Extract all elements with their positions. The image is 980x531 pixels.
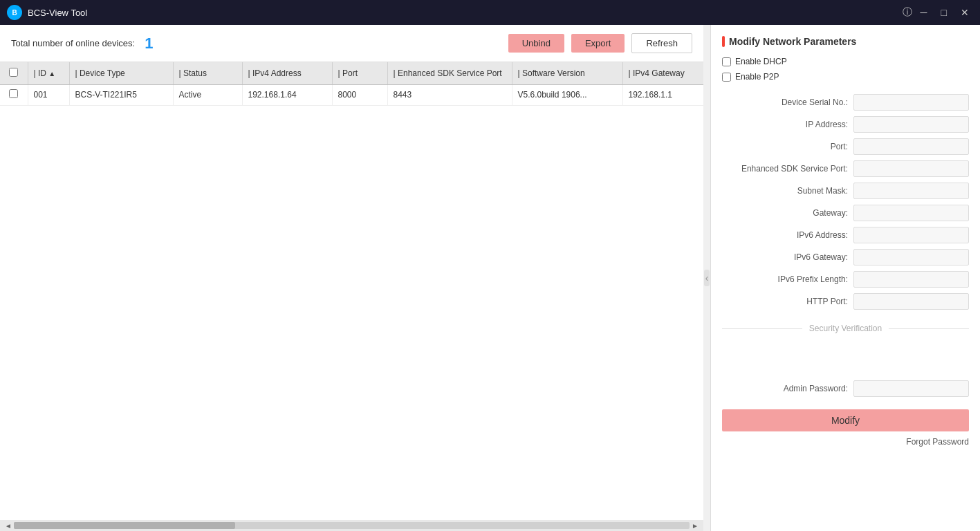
label-ipv6-prefix: IPv6 Prefix Length: (722, 274, 853, 284)
refresh-button[interactable]: Refresh (631, 33, 692, 53)
app-title: BCS-View Tool (28, 8, 898, 18)
input-ip-address[interactable] (853, 116, 969, 133)
field-row-enhanced-sdk-port: Enhanced SDK Service Port: (722, 160, 969, 177)
input-ipv6-prefix[interactable] (853, 271, 969, 288)
main-content: Total number of online devices: 1 Unbind… (0, 25, 980, 531)
label-device-serial: Device Serial No.: (722, 97, 853, 107)
table-header-row: | ID ▲ | Device Type | Status | IPv4 Add… (0, 62, 703, 84)
input-ipv6-gateway[interactable] (853, 249, 969, 266)
enable-p2p-label[interactable]: Enable P2P (735, 72, 779, 82)
input-device-serial[interactable] (853, 94, 969, 111)
scroll-left-arrow[interactable]: ◄ (3, 522, 14, 530)
close-button[interactable]: ✕ (956, 6, 973, 19)
field-row-http-port: HTTP Port: (722, 293, 969, 310)
unbind-button[interactable]: Unbind (508, 34, 564, 53)
device-count-label: Total number of online devices: (11, 38, 135, 48)
label-enhanced-sdk-port: Enhanced SDK Service Port: (722, 164, 853, 174)
label-ipv6-gateway: IPv6 Gateway: (722, 252, 853, 262)
field-row-ipv6-gateway: IPv6 Gateway: (722, 249, 969, 266)
row-software-version: V5.6.0build 1906... (512, 84, 622, 105)
device-table: | ID ▲ | Device Type | Status | IPv4 Add… (0, 62, 703, 520)
admin-password-row: Admin Password: (722, 380, 969, 397)
field-row-gateway: Gateway: (722, 205, 969, 221)
minimize-button[interactable]: ─ (916, 6, 932, 19)
input-http-port[interactable] (853, 293, 969, 310)
enable-p2p-row: Enable P2P (722, 72, 969, 82)
header-device-type[interactable]: | Device Type (69, 62, 173, 84)
label-gateway: Gateway: (722, 208, 853, 218)
enable-p2p-checkbox[interactable] (722, 73, 731, 82)
input-ipv6-address[interactable] (853, 227, 969, 243)
input-enhanced-sdk-port[interactable] (853, 160, 969, 177)
label-http-port: HTTP Port: (722, 297, 853, 306)
row-port: 8000 (332, 84, 387, 105)
input-port[interactable] (853, 138, 969, 155)
header-id[interactable]: | ID ▲ (28, 62, 69, 84)
header-software-version[interactable]: | Software Version (512, 62, 622, 84)
header-ipv4-gateway[interactable]: | IPv4 Gateway (622, 62, 703, 84)
header-ipv4-address[interactable]: | IPv4 Address (242, 62, 332, 84)
label-ipv6-address: IPv6 Address: (722, 230, 853, 240)
table-row[interactable]: 001 BCS-V-TI221IR5 Active 192.168.1.64 8… (0, 84, 703, 105)
row-enhanced-sdk: 8443 (387, 84, 512, 105)
device-count-number: 1 (145, 35, 153, 53)
scroll-track[interactable] (14, 522, 690, 529)
row-ipv4-address: 192.168.1.64 (242, 84, 332, 105)
row-status: Active (173, 84, 242, 105)
horizontal-scrollbar[interactable]: ◄ ► (0, 520, 703, 531)
field-row-ipv6-address: IPv6 Address: (722, 227, 969, 243)
row-checkbox-cell[interactable] (0, 84, 28, 105)
right-panel: Modify Network Parameters Enable DHCP En… (710, 25, 980, 531)
panel-splitter[interactable] (703, 25, 710, 531)
field-row-device-serial: Device Serial No.: (722, 94, 969, 111)
enable-dhcp-label[interactable]: Enable DHCP (735, 57, 787, 66)
network-params-form: Device Serial No.: IP Address: Port: Enh… (722, 94, 969, 315)
input-gateway[interactable] (853, 205, 969, 221)
scroll-right-arrow[interactable]: ► (690, 522, 701, 530)
label-port: Port: (722, 142, 853, 151)
security-verification-label: Security Verification (802, 324, 889, 333)
enable-dhcp-row: Enable DHCP (722, 57, 969, 66)
field-row-subnet-mask: Subnet Mask: (722, 183, 969, 199)
field-row-ip-address: IP Address: (722, 116, 969, 133)
header-status[interactable]: | Status (173, 62, 242, 84)
input-subnet-mask[interactable] (853, 183, 969, 199)
export-button[interactable]: Export (571, 34, 625, 53)
titlebar: B BCS-View Tool ⓘ ─ □ ✕ (0, 0, 980, 25)
devices-list: | ID ▲ | Device Type | Status | IPv4 Add… (0, 62, 703, 106)
row-id: 001 (28, 84, 69, 105)
modify-button[interactable]: Modify (722, 409, 969, 431)
enable-dhcp-checkbox[interactable] (722, 57, 731, 66)
verification-area (722, 339, 969, 380)
maximize-button[interactable]: □ (937, 6, 951, 19)
row-checkbox[interactable] (9, 89, 18, 98)
app-icon: B (7, 5, 22, 20)
field-row-port: Port: (722, 138, 969, 155)
table-body: 001 BCS-V-TI221IR5 Active 192.168.1.64 8… (0, 84, 703, 105)
security-verification-divider: Security Verification (722, 324, 969, 333)
header-enhanced-sdk[interactable]: | Enhanced SDK Service Port (387, 62, 512, 84)
row-device-type: BCS-V-TI221IR5 (69, 84, 173, 105)
scroll-thumb[interactable] (14, 522, 235, 529)
right-panel-title: Modify Network Parameters (722, 36, 969, 47)
row-ipv4-gateway: 192.168.1.1 (622, 84, 703, 105)
header-port[interactable]: | Port (332, 62, 387, 84)
admin-password-input[interactable] (853, 380, 969, 397)
window-controls: ─ □ ✕ (916, 6, 973, 19)
admin-password-label: Admin Password: (722, 384, 853, 393)
info-button[interactable]: ⓘ (898, 5, 916, 20)
forgot-password-link[interactable]: Forgot Password (722, 437, 969, 447)
label-ip-address: IP Address: (722, 120, 853, 129)
toolbar: Total number of online devices: 1 Unbind… (0, 25, 703, 62)
header-checkbox-col (0, 62, 28, 84)
select-all-checkbox[interactable] (9, 68, 18, 77)
field-row-ipv6-prefix: IPv6 Prefix Length: (722, 271, 969, 288)
left-panel: Total number of online devices: 1 Unbind… (0, 25, 703, 531)
label-subnet-mask: Subnet Mask: (722, 186, 853, 196)
